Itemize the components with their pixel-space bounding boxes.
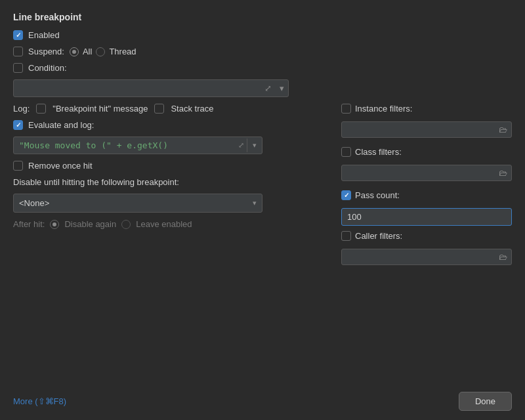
after-hit-disable-radio[interactable] bbox=[50, 220, 59, 229]
pass-count-row: Pass count: bbox=[341, 190, 512, 200]
caller-filters-input-wrap: 🗁 bbox=[341, 249, 512, 265]
disable-until-arrow: ▾ bbox=[247, 199, 262, 207]
line-breakpoint-dialog: Line breakpoint Enabled Suspend: All Thr… bbox=[0, 0, 525, 420]
remove-once-hit-label: Remove once hit bbox=[28, 161, 93, 171]
suspend-thread-label: Thread bbox=[109, 47, 136, 56]
evaluate-checkbox[interactable] bbox=[13, 120, 23, 130]
after-hit-label: After hit: bbox=[13, 219, 45, 229]
suspend-radio-group: All Thread bbox=[70, 47, 136, 56]
condition-input-wrap: ⤢ ▾ bbox=[13, 79, 289, 97]
pass-count-input[interactable] bbox=[341, 208, 512, 226]
log-breakpoint-checkbox[interactable] bbox=[36, 104, 46, 114]
enabled-label: Enabled bbox=[28, 30, 60, 40]
class-filters-input[interactable] bbox=[342, 165, 495, 180]
pass-count-checkbox[interactable] bbox=[341, 190, 351, 200]
log-stack-trace-label: Stack trace bbox=[171, 104, 213, 114]
caller-filters-row: Caller filters: bbox=[341, 231, 512, 241]
log-breakpoint-label: "Breakpoint hit" message bbox=[52, 104, 148, 114]
evaluate-row: Evaluate and log: bbox=[13, 120, 328, 130]
suspend-all-label: All bbox=[83, 47, 92, 56]
evaluate-dropdown-btn[interactable]: ▾ bbox=[247, 138, 262, 152]
instance-filters-checkbox[interactable] bbox=[341, 104, 351, 114]
condition-row: Condition: bbox=[13, 63, 512, 73]
instance-filters-label: Instance filters: bbox=[355, 104, 412, 114]
bottom-row: More (⇧⌘F8) Done bbox=[13, 385, 512, 411]
condition-label: Condition: bbox=[28, 63, 67, 73]
remove-once-hit-row: Remove once hit bbox=[13, 161, 328, 171]
evaluate-expand-icon: ⤢ bbox=[236, 141, 247, 150]
enabled-row: Enabled bbox=[13, 30, 512, 40]
disable-until-select[interactable]: <None> bbox=[14, 194, 247, 212]
remove-once-hit-checkbox[interactable] bbox=[13, 161, 23, 171]
instance-filters-input[interactable] bbox=[342, 122, 495, 137]
right-column: Instance filters: 🗁 Class filters: 🗁 Pas… bbox=[341, 104, 512, 385]
caller-filters-checkbox[interactable] bbox=[341, 231, 351, 241]
caller-filters-input[interactable] bbox=[342, 249, 495, 264]
instance-filters-row: Instance filters: bbox=[341, 104, 512, 114]
pass-count-label: Pass count: bbox=[355, 190, 400, 200]
instance-filters-folder-btn[interactable]: 🗁 bbox=[495, 123, 511, 136]
class-filters-input-wrap: 🗁 bbox=[341, 165, 512, 181]
evaluate-input[interactable] bbox=[14, 137, 236, 154]
after-hit-leave-radio[interactable] bbox=[121, 220, 131, 229]
disable-until-row: Disable until hitting the following brea… bbox=[13, 177, 328, 187]
suspend-row: Suspend: All Thread bbox=[13, 47, 512, 56]
left-column: Log: "Breakpoint hit" message Stack trac… bbox=[13, 104, 328, 385]
log-row: Log: "Breakpoint hit" message Stack trac… bbox=[13, 104, 328, 114]
suspend-all-radio[interactable] bbox=[70, 47, 79, 56]
suspend-thread-radio[interactable] bbox=[96, 47, 105, 56]
condition-expand-btn[interactable]: ⤢ bbox=[261, 81, 276, 96]
caller-filters-label: Caller filters: bbox=[355, 231, 402, 241]
disable-until-select-wrap: <None> ▾ bbox=[13, 194, 262, 213]
disable-until-label: Disable until hitting the following brea… bbox=[13, 177, 179, 187]
caller-filters-folder-btn[interactable]: 🗁 bbox=[495, 250, 511, 264]
more-link[interactable]: More (⇧⌘F8) bbox=[13, 396, 66, 406]
after-hit-disable-label: Disable again bbox=[64, 219, 116, 229]
condition-dropdown-btn[interactable]: ▾ bbox=[276, 81, 288, 96]
dialog-title: Line breakpoint bbox=[13, 12, 512, 22]
suspend-checkbox[interactable] bbox=[13, 47, 23, 56]
condition-input[interactable] bbox=[14, 80, 261, 96]
class-filters-folder-btn[interactable]: 🗁 bbox=[495, 166, 511, 180]
enabled-checkbox[interactable] bbox=[13, 30, 23, 40]
main-content: Log: "Breakpoint hit" message Stack trac… bbox=[13, 104, 512, 385]
log-stack-trace-checkbox[interactable] bbox=[154, 104, 164, 114]
class-filters-row: Class filters: bbox=[341, 147, 512, 157]
evaluate-input-wrap: ⤢ ▾ bbox=[13, 136, 262, 154]
evaluate-label: Evaluate and log: bbox=[28, 120, 94, 130]
after-hit-leave-label: Leave enabled bbox=[136, 219, 192, 229]
after-hit-row: After hit: Disable again Leave enabled bbox=[13, 219, 328, 229]
done-button[interactable]: Done bbox=[459, 392, 512, 411]
class-filters-label: Class filters: bbox=[355, 147, 402, 157]
class-filters-checkbox[interactable] bbox=[341, 147, 351, 157]
instance-filters-input-wrap: 🗁 bbox=[341, 121, 512, 138]
condition-checkbox[interactable] bbox=[13, 63, 23, 73]
suspend-label: Suspend: bbox=[28, 47, 64, 56]
log-label: Log: bbox=[13, 104, 30, 114]
